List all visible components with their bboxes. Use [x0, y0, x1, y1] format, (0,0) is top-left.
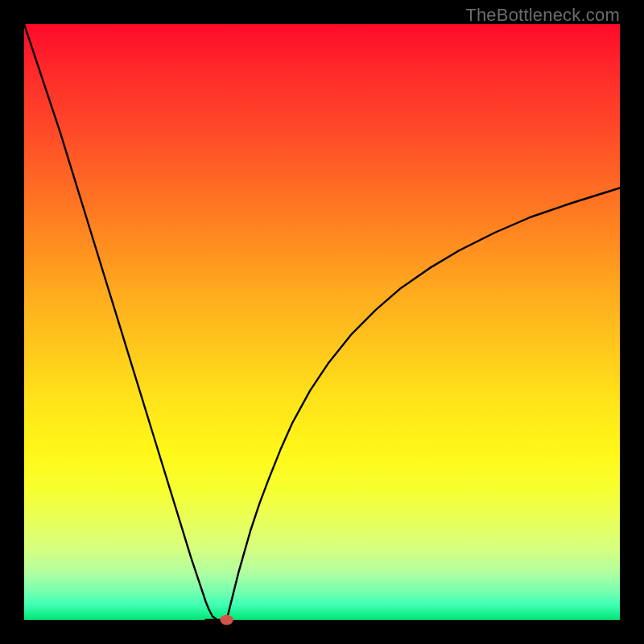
minimum-marker — [220, 615, 233, 625]
watermark-text: TheBottleneck.com — [465, 5, 620, 26]
bottleneck-curve — [24, 24, 620, 620]
chart-frame: TheBottleneck.com — [0, 0, 644, 644]
plot-area — [24, 24, 620, 620]
curve-svg — [24, 24, 620, 620]
